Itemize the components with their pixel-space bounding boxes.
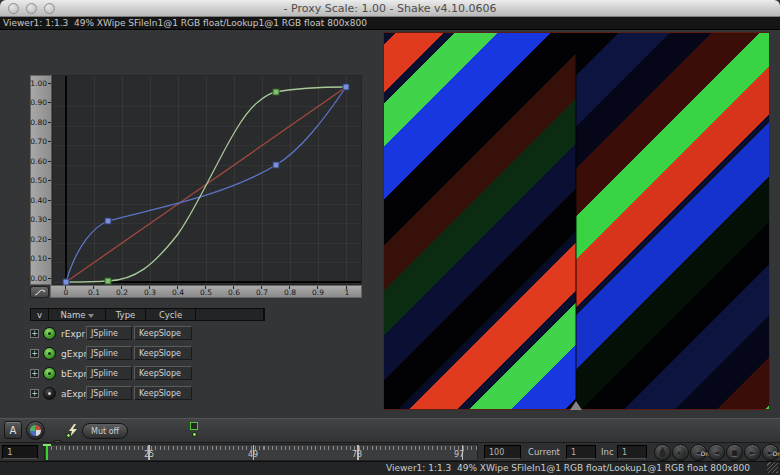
mute-button[interactable]: Mut off (82, 423, 128, 439)
current-frame-label: Current (528, 447, 560, 457)
play-backward-key-button[interactable]: ◄ On (690, 444, 707, 461)
proxy-indicator[interactable] (190, 422, 198, 437)
cycle-dropdown[interactable]: KeepSlope (134, 386, 192, 400)
on-badge: On (772, 446, 780, 462)
channel-a-label: A (10, 425, 17, 436)
blue-control-point[interactable] (105, 218, 111, 224)
expand-toggle[interactable]: + (30, 349, 39, 358)
x-tick-label: 0.9 (307, 288, 329, 297)
window-title: - Proxy Scale: 1.00 - Shake v4.10.0606 (0, 2, 780, 15)
ruler-label: 25 (139, 450, 159, 459)
expand-toggle[interactable]: + (30, 389, 39, 398)
green-control-point[interactable] (105, 278, 111, 284)
table-row-rexpr: + rExpr JSpline KeepSlope (30, 326, 265, 341)
channel-visibility-toggle[interactable] (43, 347, 56, 360)
update-mode-indicator[interactable] (68, 422, 78, 441)
flame-icon (658, 447, 667, 458)
shake-window: - Proxy Scale: 1.00 - Shake v4.10.0606 V… (0, 0, 780, 475)
header-visibility[interactable]: v (31, 309, 49, 320)
cycle-dropdown[interactable]: KeepSlope (134, 346, 192, 360)
wipe-left-image (384, 33, 576, 409)
param-name: gExpr (61, 349, 87, 359)
title-bar: - Proxy Scale: 1.00 - Shake v4.10.0606 (0, 0, 780, 17)
play-backward-button[interactable]: ◄ (708, 444, 725, 461)
color-wheel-button[interactable] (26, 421, 45, 440)
curve-editor-x-ruler[interactable]: 0 0.1 0.2 0.3 0.4 0.5 0.6 0.7 0.8 0.9 1 (50, 285, 362, 298)
curves-svg (53, 76, 363, 286)
end-frame-input[interactable]: 100 (484, 445, 521, 459)
x-tick-label: 0.4 (167, 288, 189, 297)
y-tick-label: 0.60 (27, 157, 47, 166)
y-tick-label: 0.20 (27, 235, 47, 244)
curve-editor-plot[interactable] (52, 75, 362, 285)
header-filler (196, 309, 264, 320)
curve-params-table: v Name Type Cycle + rExpr JSpline KeepSl… (30, 308, 265, 401)
ruler-label: 73 (347, 450, 367, 459)
viewer-image-area[interactable] (383, 32, 770, 410)
cycle-dropdown[interactable]: KeepSlope (134, 366, 192, 380)
spline-mode-button[interactable] (30, 286, 49, 298)
timeline-playhead[interactable] (46, 444, 48, 460)
y-tick-label: 0.70 (27, 137, 47, 146)
viewer-info-bar: Viewer1: 1:1.3 49% XWipe SFileIn1@1 RGB … (0, 17, 780, 30)
mute-label: Mut off (91, 427, 119, 436)
table-row-aexpr: + aExpr JSpline KeepSlope (30, 386, 265, 401)
y-tick-label: 0.30 (27, 215, 47, 224)
update-indicator-dot (66, 433, 71, 438)
y-tick-label: 0.50 (27, 176, 47, 185)
status-bar: Viewer1: 1:1.3 49% XWipe SFileIn1@1 RGB … (0, 461, 780, 475)
wipe-split-line[interactable] (575, 33, 577, 409)
wipe-handle[interactable] (570, 401, 582, 410)
expand-toggle[interactable]: + (30, 329, 39, 338)
table-row-gexpr: + gExpr JSpline KeepSlope (30, 346, 265, 361)
cycle-dropdown[interactable]: KeepSlope (134, 326, 192, 340)
type-dropdown[interactable]: JSpline (86, 326, 132, 340)
green-control-point[interactable] (273, 89, 279, 95)
channel-visibility-toggle[interactable] (43, 327, 56, 340)
sort-arrow-icon (88, 314, 94, 318)
channel-select-button[interactable]: A (4, 421, 22, 439)
blue-control-point[interactable] (273, 162, 279, 168)
play-forward-key-button[interactable]: ► On (762, 444, 779, 461)
resize-grip[interactable] (767, 462, 778, 473)
proxy-dot-icon (192, 432, 197, 437)
type-dropdown[interactable]: JSpline (86, 386, 132, 400)
ruler-label: 97 (449, 450, 469, 459)
type-dropdown[interactable]: JSpline (86, 346, 132, 360)
inc-input[interactable]: 1 (617, 445, 647, 459)
color-wheel-icon (30, 425, 41, 436)
x-tick-label: 0.7 (251, 288, 273, 297)
param-name: rExpr (61, 329, 85, 339)
type-dropdown[interactable]: JSpline (86, 366, 132, 380)
channel-visibility-toggle[interactable] (43, 367, 56, 380)
play-forward-button[interactable]: ► (744, 444, 761, 461)
start-frame-input[interactable]: 1 (2, 445, 38, 459)
current-frame-input[interactable]: 1 (566, 445, 596, 459)
viewer-toolbar: A U Mut off (0, 418, 780, 442)
x-tick-label: 0.8 (279, 288, 301, 297)
channel-visibility-toggle[interactable] (43, 387, 56, 400)
y-tick-label: 1.00 (27, 79, 47, 88)
timeline-ruler[interactable]: 25 49 73 97 (44, 444, 478, 461)
flipbook-render-button[interactable] (654, 444, 671, 461)
header-name[interactable]: Name (49, 309, 106, 320)
y-tick-label: 0.80 (27, 118, 47, 127)
table-row-bexpr: + bExpr JSpline KeepSlope (30, 366, 265, 381)
status-text: Viewer1: 1:1.3 49% XWipe SFileIn1@1 RGB … (386, 463, 750, 473)
x-tick-label: 0.5 (195, 288, 217, 297)
header-cycle[interactable]: Cycle (146, 309, 196, 320)
curve-editor-y-ruler[interactable]: 1.00 0.90 0.80 0.70 0.60 0.50 0.40 0.30 … (30, 75, 52, 285)
header-type[interactable]: Type (106, 309, 146, 320)
x-tick-label: 0.2 (111, 288, 133, 297)
x-tick-label: 1 (336, 288, 358, 297)
expand-toggle[interactable]: + (30, 369, 39, 378)
wipe-right-image (576, 33, 769, 409)
param-name: aExpr (61, 389, 87, 399)
x-tick-label: 0.3 (139, 288, 161, 297)
stop-button[interactable]: ■ (726, 444, 743, 461)
blue-control-point[interactable] (343, 84, 349, 90)
y-tick-label: -0.00 (27, 274, 47, 283)
y-tick-label: 0.40 (27, 196, 47, 205)
realtime-playback-button[interactable] (672, 444, 689, 461)
ruler-label: 49 (243, 450, 263, 459)
